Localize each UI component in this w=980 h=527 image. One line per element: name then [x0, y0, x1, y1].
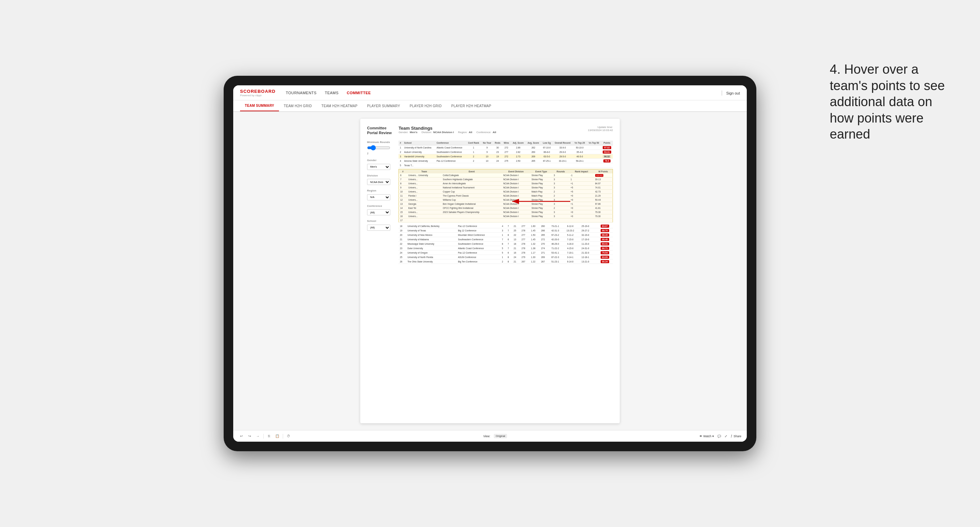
- table-row: 20 University of New Mexico Mountain Wes…: [398, 233, 613, 237]
- expand-button[interactable]: ⤢: [725, 435, 727, 438]
- table-row: 24 University of Oregon Pac-12 Conferenc…: [398, 251, 613, 255]
- sub-navigation: TEAM SUMMARY TEAM H2H GRID TEAM H2H HEAT…: [233, 100, 747, 112]
- content-area: Committee Portal Review Team Standings G…: [233, 112, 747, 430]
- tooltip-col-rounds: Rounds: [552, 169, 569, 174]
- col-adj-score: Adj. Score: [511, 141, 526, 145]
- tooltip-row: 8 Univers... Amer An Intercollegiate NCA…: [399, 182, 613, 186]
- school-select[interactable]: (All): [367, 225, 390, 231]
- tablet-device: SCOREBOARD Powered by clippi TOURNAMENTS…: [224, 76, 756, 451]
- filter-region: Region N/A All: [367, 189, 390, 200]
- filter-division: Division NCAA Division I NCAA Division I…: [367, 174, 390, 185]
- tab-team-h2h-grid[interactable]: TEAM H2H GRID: [279, 100, 317, 111]
- tooltip-row: 6 Univers... University Celtic/Collegiat…: [399, 173, 613, 178]
- tooltip-col-rank-impact: Rank Impact: [569, 169, 594, 174]
- nav-teams[interactable]: TEAMS: [325, 89, 338, 96]
- nav-tournaments[interactable]: TOURNAMENTS: [286, 89, 317, 96]
- tab-player-h2h-grid[interactable]: PLAYER H2H GRID: [405, 100, 447, 111]
- redo-icon[interactable]: ↪: [247, 433, 252, 439]
- col-avg-score: Avg. Score: [525, 141, 541, 145]
- tooltip-col-rank: #: [399, 169, 407, 174]
- filter-min-rounds-label: Minimum Rounds: [367, 141, 390, 144]
- share-icon: ⤴: [731, 435, 732, 438]
- annotation-text: 4. Hover over a team's points to see add…: [830, 62, 959, 143]
- toolbar-left: ↩ ↪ → ⎘ 📋 ⏱: [239, 433, 291, 439]
- sign-out-section: | Sign out: [721, 90, 740, 96]
- table-row: 23 Duke University Atlantic Coast Confer…: [398, 246, 613, 251]
- undo-icon[interactable]: ↩: [239, 433, 244, 439]
- gender-select[interactable]: Men's Women's: [367, 164, 390, 170]
- copy-icon[interactable]: ⎘: [266, 433, 272, 439]
- table-row: 2 Auburn University Southeastern Confere…: [398, 150, 613, 154]
- watch-button[interactable]: 👁 Watch ▾: [699, 435, 714, 438]
- tooltip-col-event-division: Event Division: [502, 169, 530, 174]
- table-row-highlighted: 3 Vanderbilt University Southeastern Con…: [398, 154, 613, 159]
- portal-label: Committee Portal Review: [367, 125, 392, 135]
- col-vs-top-50: Vs Top 50: [587, 141, 601, 145]
- col-conference: Conference: [435, 141, 466, 145]
- nav-committee[interactable]: COMMITTEE: [347, 89, 371, 96]
- table-row: 4 Arizona State University Pac-12 Confer…: [398, 159, 613, 163]
- table-row: 26 The Ohio State University Big Ten Con…: [398, 259, 613, 264]
- table-row: 5 Texas T...: [398, 163, 613, 168]
- col-low-sg: Low Sg: [541, 141, 552, 145]
- col-conf-rank: Conf Rank: [466, 141, 481, 145]
- app-logo: SCOREBOARD Powered by clippi: [240, 89, 275, 97]
- filter-minimum-rounds: Minimum Rounds 2: [367, 141, 390, 155]
- table-row: 1 University of North Carolina Atlantic …: [398, 145, 613, 150]
- tab-player-h2h-heatmap[interactable]: PLAYER H2H HEATMAP: [446, 100, 496, 111]
- update-time: Update time: 13/03/2024 10:03:42: [588, 125, 613, 132]
- forward-icon[interactable]: →: [255, 433, 261, 439]
- comment-button[interactable]: 💬: [718, 435, 721, 438]
- view-value[interactable]: Original: [494, 434, 508, 438]
- col-overall-record: Overall Record: [552, 141, 573, 145]
- filter-row: Gender: Men's Division: NCAA Division I …: [398, 131, 588, 134]
- region-filter-display: Region: All: [458, 131, 472, 134]
- conference-filter-display: Conference: All: [476, 131, 496, 134]
- tooltip-col-event-type: Event Type: [530, 169, 552, 174]
- table-row: 18 University of California, Berkeley Pa…: [398, 224, 613, 229]
- conference-select[interactable]: (All) SEC ACC: [367, 209, 390, 215]
- standings-header-area: Team Standings Gender: Men's Division: N…: [398, 125, 588, 137]
- share-button[interactable]: ⤴ Share: [731, 435, 741, 438]
- tab-team-h2h-heatmap[interactable]: TEAM H2H HEATMAP: [317, 100, 362, 111]
- tab-player-summary[interactable]: PLAYER SUMMARY: [362, 100, 405, 111]
- main-nav-links: TOURNAMENTS TEAMS COMMITTEE: [286, 89, 721, 96]
- document-container: Committee Portal Review Team Standings G…: [360, 119, 620, 423]
- paste-icon[interactable]: 📋: [275, 433, 280, 439]
- division-select[interactable]: NCAA Division I NCAA Division II: [367, 179, 390, 185]
- standings-table-bottom: 18 University of California, Berkeley Pa…: [398, 224, 613, 264]
- tooltip-col-event: Event: [442, 169, 502, 174]
- filter-gender: Gender Men's Women's: [367, 159, 390, 170]
- dropdown-icon: ▾: [712, 435, 714, 438]
- main-content: Committee Portal Review Team Standings G…: [233, 112, 747, 430]
- tooltip-col-w-points: W Points: [594, 169, 613, 174]
- table-row: 25 University of North Florida ASUN Conf…: [398, 255, 613, 259]
- col-no-tour: No Tour: [481, 141, 493, 145]
- min-rounds-value: 2: [367, 152, 390, 155]
- division-filter-display: Division: NCAA Division I: [422, 131, 454, 134]
- table-row: 22 Mississippi State University Southeas…: [398, 242, 613, 246]
- table-row: 19 University of Texas Big 12 Conference…: [398, 229, 613, 233]
- tab-team-summary[interactable]: TEAM SUMMARY: [240, 100, 279, 111]
- division-filter-label: Division: [367, 174, 390, 177]
- col-points: Points: [601, 141, 613, 145]
- region-select[interactable]: N/A All: [367, 194, 390, 200]
- tooltip-row: 17: [399, 219, 613, 222]
- red-arrow-svg: [502, 191, 577, 212]
- tooltip-row: 16 Univers... NCAA Division I Stroke Pla…: [399, 214, 613, 219]
- document-header: Committee Portal Review Team Standings G…: [367, 125, 613, 137]
- bottom-toolbar: ↩ ↪ → ⎘ 📋 ⏱ View: Original 👁 Watch ▾: [233, 430, 747, 442]
- sign-out-button[interactable]: Sign out: [726, 91, 740, 95]
- minimum-rounds-slider[interactable]: [367, 145, 390, 151]
- toolbar-right: 👁 Watch ▾ 💬 ⤢ ⤴ Share: [699, 435, 741, 438]
- comment-icon: 💬: [718, 435, 721, 438]
- col-school: School: [403, 141, 435, 145]
- standings-table: # School Conference Conf Rank No Tour Rn…: [398, 141, 613, 168]
- logo-subtitle: Powered by clippi: [240, 94, 275, 97]
- gender-filter-label: Gender: [367, 159, 390, 162]
- tooltip-row: 7 Univers... Southern Highlands Collegia…: [399, 178, 613, 182]
- gender-filter-display: Gender: Men's: [398, 131, 417, 134]
- clock-icon[interactable]: ⏱: [286, 433, 291, 439]
- top-navigation: SCOREBOARD Powered by clippi TOURNAMENTS…: [233, 85, 747, 100]
- col-wins: Wins: [502, 141, 511, 145]
